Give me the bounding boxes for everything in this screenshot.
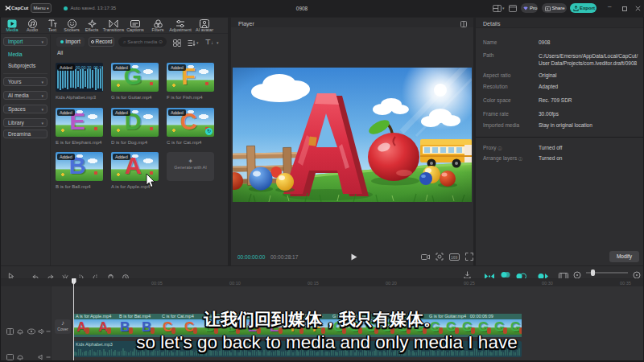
svg-text:169: 169 <box>451 255 458 260</box>
